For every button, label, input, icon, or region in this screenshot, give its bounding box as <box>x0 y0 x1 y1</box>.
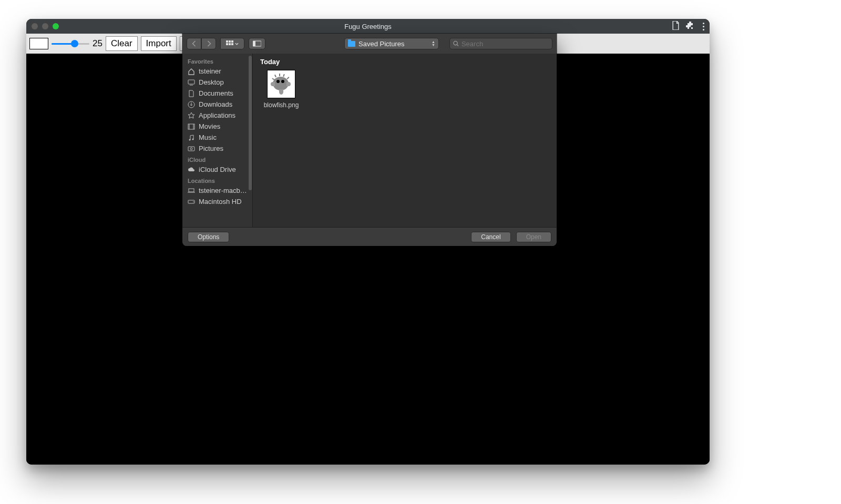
sidebar-item-downloads[interactable]: Downloads <box>182 99 252 110</box>
window-title: Fugu Greetings <box>26 23 710 30</box>
svg-rect-3 <box>226 43 228 45</box>
svg-rect-7 <box>253 41 255 46</box>
sidebar-item-home[interactable]: tsteiner <box>182 66 252 77</box>
sidebar-item-pictures[interactable]: Pictures <box>182 143 252 154</box>
applications-icon <box>188 112 195 119</box>
sidebar-item-device[interactable]: tsteiner-macb… <box>182 185 252 196</box>
clear-button[interactable]: Clear <box>106 36 138 51</box>
movies-icon <box>188 123 195 130</box>
svg-point-23 <box>193 201 194 202</box>
svg-rect-20 <box>189 189 194 192</box>
open-file-dialog: Saved Pictures ▲▼ Favorites tsteiner Des… <box>182 34 557 246</box>
section-heading-today: Today <box>260 58 549 66</box>
location-label: Saved Pictures <box>358 40 404 48</box>
brush-size-value: 25 <box>93 38 102 49</box>
document-icon <box>188 90 195 97</box>
sidebar-scrollbar[interactable] <box>249 56 252 190</box>
sidebar-heading-favorites: Favorites <box>182 56 252 66</box>
svg-rect-5 <box>231 43 233 45</box>
cancel-button[interactable]: Cancel <box>471 232 510 242</box>
sidebar-item-macintosh-hd[interactable]: Macintosh HD <box>182 196 252 207</box>
music-icon <box>188 134 195 141</box>
sidebar-item-applications[interactable]: Applications <box>182 110 252 121</box>
svg-point-8 <box>454 41 457 45</box>
disk-icon <box>188 198 195 205</box>
titlebar: Fugu Greetings <box>26 19 710 34</box>
sidebar-heading-icloud: iCloud <box>182 154 252 164</box>
svg-rect-10 <box>188 80 194 84</box>
file-browser[interactable]: Today <box>253 54 557 227</box>
sidebar-item-music[interactable]: Music <box>182 132 252 143</box>
sidebar-heading-locations: Locations <box>182 175 252 185</box>
group-button[interactable] <box>249 38 265 49</box>
location-popup[interactable]: Saved Pictures ▲▼ <box>344 38 439 49</box>
folder-icon <box>348 41 355 47</box>
file-item[interactable]: blowfish.png <box>260 70 302 109</box>
dialog-toolbar: Saved Pictures ▲▼ <box>182 34 557 54</box>
svg-line-9 <box>457 45 458 46</box>
svg-rect-2 <box>231 40 233 43</box>
desktop-icon <box>188 79 195 86</box>
svg-rect-18 <box>188 147 194 151</box>
svg-rect-4 <box>229 43 231 45</box>
sidebar-item-icloud-drive[interactable]: iCloud Drive <box>182 164 252 175</box>
svg-rect-0 <box>226 40 228 43</box>
download-icon <box>188 101 195 108</box>
sidebar-item-desktop[interactable]: Desktop <box>182 77 252 88</box>
file-thumbnail <box>267 70 295 98</box>
sidebar-item-movies[interactable]: Movies <box>182 121 252 132</box>
search-icon <box>453 40 459 47</box>
menu-icon[interactable] <box>701 23 706 30</box>
svg-point-16 <box>189 139 191 140</box>
brush-size-slider[interactable] <box>52 39 89 48</box>
svg-point-17 <box>192 138 194 140</box>
app-window: Fugu Greetings 25 Clear Import Expo <box>26 19 710 465</box>
pictures-icon <box>188 145 195 152</box>
options-button[interactable]: Options <box>188 232 229 242</box>
cloud-icon <box>188 166 195 173</box>
canvas-color-swatch[interactable] <box>29 38 48 49</box>
svg-point-19 <box>190 148 192 150</box>
extensions-icon[interactable] <box>686 21 694 32</box>
view-mode-button[interactable] <box>220 38 244 49</box>
nav-back-button[interactable] <box>187 38 201 49</box>
file-name-label: blowfish.png <box>260 101 302 109</box>
open-button[interactable]: Open <box>516 232 551 242</box>
search-field[interactable] <box>449 38 552 49</box>
search-input[interactable] <box>461 40 549 48</box>
dialog-footer: Options Cancel Open <box>182 227 557 246</box>
svg-rect-1 <box>229 40 231 43</box>
laptop-icon <box>188 187 195 194</box>
new-document-icon[interactable] <box>672 21 680 32</box>
dialog-sidebar: Favorites tsteiner Desktop Documents Dow… <box>182 54 253 227</box>
import-button[interactable]: Import <box>141 36 177 51</box>
chevron-updown-icon: ▲▼ <box>432 40 435 47</box>
sidebar-item-documents[interactable]: Documents <box>182 88 252 99</box>
home-icon <box>188 68 195 75</box>
nav-forward-button[interactable] <box>201 38 216 49</box>
